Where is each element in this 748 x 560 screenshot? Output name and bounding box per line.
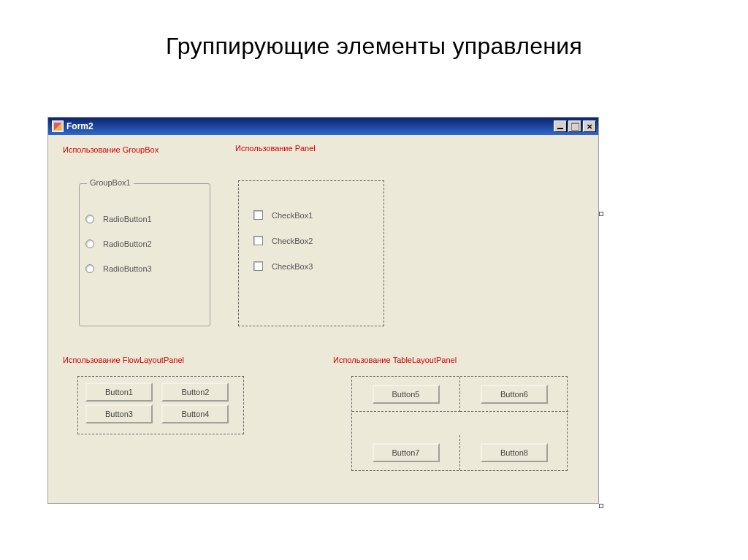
radio-icon — [85, 264, 94, 273]
flowlayoutpanel: Button1 Button2 Button3 Button4 — [77, 376, 244, 434]
groupbox: GroupBox1 RadioButton1 RadioButton2 Radi… — [79, 183, 210, 326]
checkbox-1[interactable]: CheckBox1 — [253, 210, 383, 220]
radio-3[interactable]: RadioButton3 — [85, 264, 210, 273]
minimize-button[interactable] — [554, 120, 567, 132]
label-flowlayout: Использование FlowLayoutPanel — [63, 356, 184, 364]
button-1[interactable]: Button1 — [85, 383, 153, 402]
checkbox-label: CheckBox2 — [272, 237, 313, 245]
radio-icon — [85, 215, 94, 223]
checkbox-icon — [253, 236, 263, 245]
button-7[interactable]: Button7 — [373, 443, 440, 462]
checkbox-icon — [253, 210, 263, 220]
button-8[interactable]: Button8 — [481, 443, 548, 462]
label-groupbox: Использование GroupBox — [63, 145, 159, 154]
close-button[interactable]: ✕ — [583, 120, 596, 132]
checkbox-3[interactable]: CheckBox3 — [253, 261, 383, 271]
radio-label: RadioButton3 — [103, 264, 152, 273]
checkbox-icon — [253, 261, 263, 271]
button-2[interactable]: Button2 — [161, 383, 229, 402]
radio-label: RadioButton2 — [103, 239, 152, 248]
panel: CheckBox1 CheckBox2 CheckBox3 — [238, 180, 384, 326]
button-6[interactable]: Button6 — [481, 385, 548, 404]
button-4[interactable]: Button4 — [161, 404, 229, 423]
resize-handle-icon[interactable] — [599, 212, 603, 216]
checkbox-2[interactable]: CheckBox2 — [253, 236, 383, 245]
checkbox-label: CheckBox1 — [272, 211, 313, 220]
titlebar: Form2 ✕ — [48, 118, 598, 135]
radio-1[interactable]: RadioButton1 — [85, 215, 210, 223]
maximize-button[interactable] — [568, 120, 581, 132]
button-3[interactable]: Button3 — [85, 404, 153, 423]
button-5[interactable]: Button5 — [373, 385, 440, 404]
groupbox-legend: GroupBox1 — [87, 178, 134, 187]
radio-icon — [85, 239, 94, 248]
label-panel: Использование Panel — [235, 144, 316, 153]
label-tablelayout: Использование TableLayoutPanel — [333, 356, 457, 364]
form-window: Form2 ✕ Использование GroupBox Использов… — [47, 117, 599, 504]
radio-2[interactable]: RadioButton2 — [85, 239, 210, 248]
app-icon — [52, 120, 64, 132]
window-title: Form2 — [66, 121, 94, 131]
form-content: Использование GroupBox Использование Pan… — [48, 135, 598, 503]
radio-label: RadioButton1 — [103, 215, 152, 223]
checkbox-label: CheckBox3 — [272, 262, 313, 271]
resize-handle-icon[interactable] — [599, 504, 603, 508]
tablelayoutpanel: Button5 Button6 Button7 Button8 — [351, 376, 568, 471]
slide-title: Группирующие элементы управления — [0, 0, 748, 78]
